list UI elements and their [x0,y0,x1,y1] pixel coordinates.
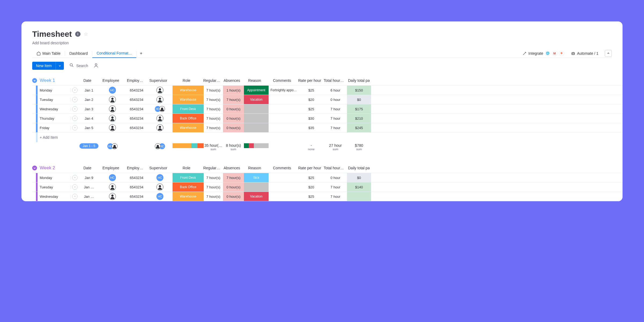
day-cell[interactable]: Wednesday [38,195,71,199]
total-cell[interactable]: 7 hour [324,195,347,199]
day-cell[interactable]: Tuesday [38,185,71,189]
regular-cell[interactable]: 7 hour(s) [204,88,223,92]
employee-id-cell[interactable]: 6543234 [126,116,147,120]
col-date[interactable]: Date [77,166,97,170]
daily-cell[interactable]: $0 [347,95,371,104]
board-description[interactable]: Add board description [32,41,612,45]
chat-icon[interactable]: + [72,106,78,112]
daily-cell[interactable] [347,192,371,201]
daily-cell[interactable]: $0 [347,173,371,182]
regular-cell[interactable]: 7 hour(s) [204,107,223,111]
date-cell[interactable]: Jan 4 [79,116,99,120]
new-item-dropdown[interactable] [56,62,64,70]
group-title[interactable]: Week 2 [40,165,69,171]
date-cell[interactable]: Jan 2 [79,98,99,102]
employee-id-cell[interactable]: 6543234 [126,98,147,102]
table-row[interactable]: Tuesday + Jan 2 6543234 Warehouse 7 hour… [32,95,623,104]
total-cell[interactable]: 0 hour [324,98,347,102]
total-cell[interactable]: 7 hour [324,116,347,120]
regular-cell[interactable]: 7 hour(s) [204,98,223,102]
rate-cell[interactable]: $25 [299,195,324,199]
employee-id-cell[interactable]: 6543234 [126,185,147,189]
avatar-hc[interactable]: HC [109,174,116,181]
table-row[interactable]: Monday + Jan 1 HC 6543234 Warehouse 7 ho… [32,85,623,95]
col-reason[interactable]: Reason [242,166,267,170]
avatar-person[interactable] [109,124,116,131]
rate-cell[interactable]: $20 [299,185,324,189]
day-cell[interactable]: Wednesday [38,107,71,111]
col-supervisor[interactable]: Supervisor [146,166,171,170]
group-collapse-toggle[interactable] [32,78,37,83]
avatar-person[interactable] [109,96,116,103]
total-cell[interactable]: 0 hour [324,176,347,180]
chat-icon[interactable]: + [72,184,78,190]
avatar-person[interactable] [156,184,163,191]
absence-cell[interactable]: 1 hour(s) [223,86,244,95]
day-cell[interactable]: Tuesday [38,98,71,102]
employee-cell[interactable] [99,115,126,122]
chat-icon[interactable]: + [72,116,78,121]
role-cell[interactable]: Front Desk [173,173,204,182]
reason-cell[interactable] [244,182,269,192]
employee-cell[interactable]: HC [99,174,126,181]
supervisor-cell[interactable]: HC [147,193,173,200]
integrate-button[interactable]: Integrate 🌐 M ✱ [522,51,564,56]
col-absences[interactable]: Absences [221,78,242,83]
col-role[interactable]: Role [171,166,202,170]
col-employee[interactable]: Employee [97,166,124,170]
add-item-row[interactable]: + Add Item [32,133,623,142]
search-box[interactable]: Search [69,63,88,69]
role-cell[interactable]: Warehouse [173,192,204,201]
avatar-person[interactable] [156,96,163,103]
employee-id-cell[interactable]: 6543234 [126,126,147,130]
chat-icon[interactable]: + [72,97,78,102]
avatar-person[interactable] [156,124,163,131]
supervisor-cell[interactable]: HC [147,106,173,112]
avatar-person[interactable] [156,115,163,122]
daily-cell[interactable]: $140 [347,182,371,192]
regular-cell[interactable]: 7 hour(s) [204,126,223,130]
table-row[interactable]: Monday + Jan 9 HC 6543234 HC Front Desk … [32,173,623,182]
absence-cell[interactable]: 0 hour(s) [223,114,244,123]
role-cell[interactable]: Front Desk [173,104,204,114]
absence-cell[interactable]: 0 hour(s) [223,182,244,192]
date-cell[interactable]: Jan 1 [79,88,99,92]
avatar-hc[interactable]: HC [109,87,116,94]
employee-id-cell[interactable]: 6543234 [126,88,147,92]
collapse-header-button[interactable] [605,50,612,57]
supervisor-cell[interactable] [147,184,173,191]
total-cell[interactable]: 7 hour [324,126,347,130]
absence-cell[interactable]: 7 hour(s) [223,173,244,182]
col-rate[interactable]: Rate per hour [297,166,322,170]
date-cell[interactable]: Jan … [79,195,99,199]
avatar-person[interactable] [109,105,116,112]
regular-cell[interactable]: 7 hour(s) [204,116,223,120]
col-date[interactable]: Date [77,78,97,83]
absence-cell[interactable]: 0 hour(s) [223,104,244,114]
col-absences[interactable]: Absences [221,166,242,170]
rate-cell[interactable]: $25 [299,176,324,180]
employee-cell[interactable] [99,124,126,131]
col-role[interactable]: Role [171,78,202,83]
col-comments[interactable]: Comments [267,166,297,170]
col-total[interactable]: Total hour… [322,78,345,83]
avatar-person[interactable] [109,184,116,191]
daily-cell[interactable]: $150 [347,86,371,95]
avatar-person[interactable] [109,115,116,122]
rate-cell[interactable]: $35 [299,126,324,130]
supervisor-cell[interactable] [147,124,173,131]
date-cell[interactable]: Jan 5 [79,126,99,130]
table-row[interactable]: Thursday + Jan 4 6543234 Back Office 7 h… [32,114,623,123]
star-icon[interactable]: ☆ [84,31,88,37]
employee-cell[interactable] [99,105,126,112]
reason-cell[interactable]: Appointment [244,86,269,95]
day-cell[interactable]: Monday [38,176,71,180]
table-row[interactable]: Wednesday + Jan 3 6543234 HC Front Desk … [32,104,623,114]
total-cell[interactable]: 6 hour [324,88,347,92]
absence-cell[interactable]: 7 hour(s) [223,95,244,104]
employee-id-cell[interactable]: 6543234 [126,176,147,180]
new-item-button[interactable]: New Item [32,62,64,70]
avatar-person[interactable] [156,87,163,94]
daily-cell[interactable]: $245 [347,123,371,132]
col-total[interactable]: Total hour… [322,166,345,170]
